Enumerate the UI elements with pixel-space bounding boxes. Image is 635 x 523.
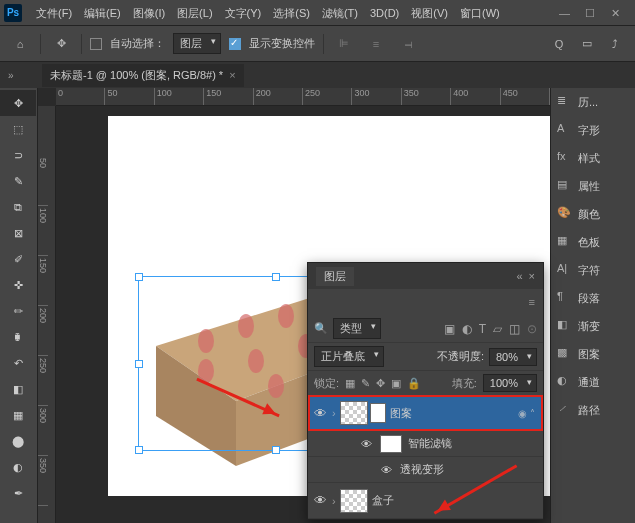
workspace-icon[interactable]: ▭ [575, 32, 599, 56]
menu-window[interactable]: 窗口(W) [454, 0, 506, 26]
horizontal-ruler: 050100150200250300350400450 [56, 88, 550, 106]
brush-tool[interactable]: ✏ [0, 298, 36, 324]
filter-smart-icon[interactable]: ◫ [509, 322, 520, 336]
filter-shape-icon[interactable]: ▱ [493, 322, 502, 336]
lock-all-icon[interactable]: 🔒 [407, 377, 421, 390]
auto-select-checkbox[interactable] [90, 38, 102, 50]
panel-channels[interactable]: ◐通道 [551, 368, 635, 396]
lock-artboard-icon[interactable]: ▣ [391, 377, 401, 390]
search-icon[interactable]: Q [547, 32, 571, 56]
panel-properties[interactable]: ▤属性 [551, 172, 635, 200]
gradient-tool[interactable]: ▦ [0, 402, 36, 428]
frame-tool[interactable]: ⊠ [0, 220, 36, 246]
layer-name[interactable]: 图案 [390, 406, 515, 421]
visibility-toggle-icon[interactable]: 👁 [378, 464, 394, 476]
filter-kind-icon[interactable]: 🔍 [314, 322, 328, 335]
app-logo: Ps [4, 4, 22, 22]
layers-panel[interactable]: 图层 « × ≡ 🔍 类型 ▣ ◐ T ▱ ◫ ⊙ 正片叠底 不透明度: 80%… [307, 262, 544, 520]
quick-select-tool[interactable]: ✎ [0, 168, 36, 194]
layer-thumbnail[interactable] [340, 401, 368, 425]
menu-filter[interactable]: 滤镜(T) [316, 0, 364, 26]
visibility-toggle-icon[interactable]: 👁 [312, 406, 328, 421]
eyedropper-tool[interactable]: ✐ [0, 246, 36, 272]
menu-select[interactable]: 选择(S) [267, 0, 316, 26]
panel-styles[interactable]: fx样式 [551, 144, 635, 172]
lock-position-icon[interactable]: ✥ [376, 377, 385, 390]
layer-filter-indicator[interactable]: ◉ ˄ [518, 408, 539, 419]
maximize-icon[interactable]: ☐ [585, 7, 597, 19]
filter-toggle-icon[interactable]: ⊙ [527, 322, 537, 336]
separator [40, 34, 41, 54]
document-tab[interactable]: 未标题-1 @ 100% (图案, RGB/8#) * × [42, 64, 244, 87]
filter-type-icon[interactable]: T [479, 322, 486, 336]
panel-paragraph[interactable]: ¶段落 [551, 284, 635, 312]
handle-mid-left[interactable] [135, 360, 143, 368]
blend-mode-dropdown[interactable]: 正片叠底 [314, 346, 384, 367]
panel-glyphs[interactable]: A字形 [551, 116, 635, 144]
fill-input[interactable]: 100% [483, 374, 537, 392]
panel-character[interactable]: A|字符 [551, 256, 635, 284]
dodge-tool[interactable]: ◐ [0, 454, 36, 480]
share-icon[interactable]: ⤴ [603, 32, 627, 56]
vertical-ruler: 50100150200250300350 [38, 106, 56, 523]
lasso-tool[interactable]: ⊃ [0, 142, 36, 168]
expand-panels-icon[interactable]: » [8, 70, 14, 81]
layer-thumbnail[interactable] [340, 489, 368, 513]
move-tool-icon[interactable]: ✥ [49, 32, 73, 56]
handle-top-left[interactable] [135, 273, 143, 281]
eraser-tool[interactable]: ◧ [0, 376, 36, 402]
menu-type[interactable]: 文字(Y) [219, 0, 268, 26]
filter-mask-thumbnail[interactable] [380, 435, 402, 453]
layer-row-box[interactable]: 👁 › 盒子 [308, 483, 543, 519]
filter-pixel-icon[interactable]: ▣ [444, 322, 455, 336]
move-tool[interactable]: ✥ [0, 90, 36, 116]
menu-3d[interactable]: 3D(D) [364, 0, 405, 26]
layer-mask-thumbnail[interactable] [370, 403, 386, 423]
blur-tool[interactable]: ⬤ [0, 428, 36, 454]
panel-gradients[interactable]: ◧渐变 [551, 312, 635, 340]
lock-transparency-icon[interactable]: ▦ [345, 377, 355, 390]
panel-paths[interactable]: ⟋路径 [551, 396, 635, 424]
handle-bot-mid[interactable] [272, 446, 280, 454]
filter-kind-dropdown[interactable]: 类型 [333, 318, 381, 339]
visibility-toggle-icon[interactable]: 👁 [312, 493, 328, 508]
menu-layer[interactable]: 图层(L) [171, 0, 218, 26]
opacity-input[interactable]: 80% [489, 348, 537, 366]
minimize-icon[interactable]: — [559, 7, 571, 19]
menu-image[interactable]: 图像(I) [127, 0, 171, 26]
panel-color[interactable]: 🎨颜色 [551, 200, 635, 228]
panel-patterns[interactable]: ▩图案 [551, 340, 635, 368]
toolbox: ✥ ⬚ ⊃ ✎ ⧉ ⊠ ✐ ✜ ✏ ⧯ ↶ ◧ ▦ ⬤ ◐ ✒ [0, 88, 38, 523]
healing-tool[interactable]: ✜ [0, 272, 36, 298]
close-icon[interactable]: ✕ [611, 7, 623, 19]
menu-file[interactable]: 文件(F) [30, 0, 78, 26]
history-brush-tool[interactable]: ↶ [0, 350, 36, 376]
layers-panel-tab[interactable]: 图层 [316, 267, 354, 286]
lock-pixels-icon[interactable]: ✎ [361, 377, 370, 390]
filter-adjust-icon[interactable]: ◐ [462, 322, 472, 336]
align-right-icon[interactable]: ⫤ [396, 32, 420, 56]
visibility-toggle-icon[interactable]: 👁 [358, 438, 374, 450]
panel-collapse-icon[interactable]: « [516, 270, 522, 282]
handle-top-mid[interactable] [272, 273, 280, 281]
smart-filters-row[interactable]: 👁 智能滤镜 [308, 431, 543, 457]
menu-view[interactable]: 视图(V) [405, 0, 454, 26]
panel-close-icon[interactable]: × [529, 270, 535, 282]
stamp-tool[interactable]: ⧯ [0, 324, 36, 350]
panel-history[interactable]: ≣历... [551, 88, 635, 116]
layer-row-pattern[interactable]: 👁 › 图案 ◉ ˄ [308, 395, 543, 431]
show-transform-checkbox[interactable] [229, 38, 241, 50]
align-left-icon[interactable]: ⊫ [332, 32, 356, 56]
handle-bot-left[interactable] [135, 446, 143, 454]
home-icon[interactable]: ⌂ [8, 32, 32, 56]
crop-tool[interactable]: ⧉ [0, 194, 36, 220]
tab-close-icon[interactable]: × [229, 69, 235, 81]
menu-edit[interactable]: 编辑(E) [78, 0, 127, 26]
marquee-tool[interactable]: ⬚ [0, 116, 36, 142]
align-center-icon[interactable]: ≡ [364, 32, 388, 56]
panel-swatches[interactable]: ▦色板 [551, 228, 635, 256]
pen-tool[interactable]: ✒ [0, 480, 36, 506]
document-title: 未标题-1 @ 100% (图案, RGB/8#) * [50, 68, 223, 83]
auto-select-target-dropdown[interactable]: 图层 [173, 33, 221, 54]
panel-menu-icon[interactable]: ≡ [529, 296, 535, 308]
